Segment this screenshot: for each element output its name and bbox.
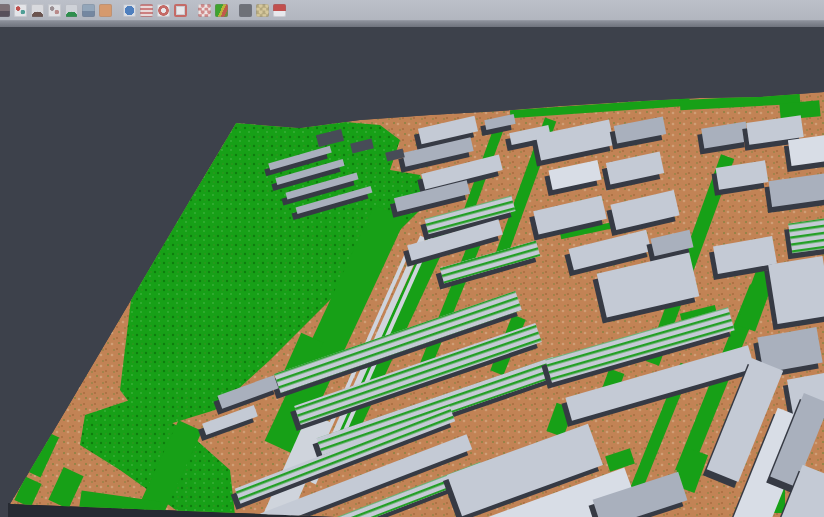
- mesh-icon[interactable]: [239, 4, 252, 17]
- markers-icon[interactable]: [48, 4, 61, 17]
- points-icon[interactable]: [14, 4, 27, 17]
- layers-icon[interactable]: [140, 4, 153, 17]
- flag-icon[interactable]: [273, 4, 286, 17]
- dem-icon[interactable]: [31, 4, 44, 17]
- orthophoto-icon[interactable]: [99, 4, 112, 17]
- toolbar-edge: [0, 21, 824, 27]
- toolbar: [0, 0, 824, 21]
- terrain-icon[interactable]: [65, 4, 78, 17]
- globe-icon[interactable]: [123, 4, 136, 17]
- terrain-mesh-render: [0, 27, 824, 517]
- target-icon[interactable]: [157, 4, 170, 17]
- viewport-3d[interactable]: [0, 27, 824, 517]
- terrain-mesh: [0, 27, 824, 517]
- classification-icon[interactable]: [215, 4, 228, 17]
- open-project-icon[interactable]: [0, 4, 10, 17]
- building-icon[interactable]: [82, 4, 95, 17]
- texture-icon[interactable]: [256, 4, 269, 17]
- extent-icon[interactable]: [174, 4, 187, 17]
- grid-icon[interactable]: [198, 4, 211, 17]
